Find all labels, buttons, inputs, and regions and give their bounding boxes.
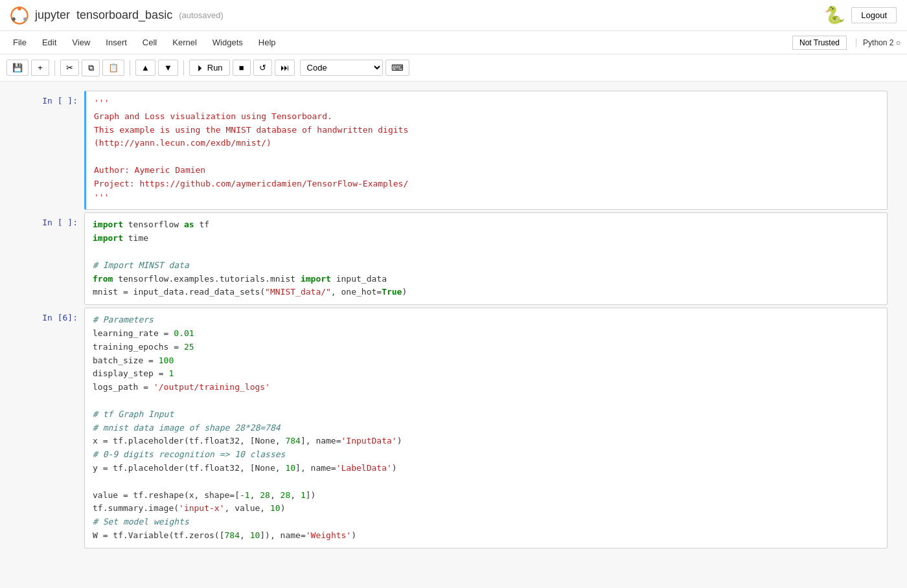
cell-1-prompt: In [ ]:: [19, 91, 84, 210]
menu-kernel[interactable]: Kernel: [166, 35, 203, 50]
add-cell-button[interactable]: +: [31, 60, 49, 76]
autosaved-label: (autosaved): [179, 10, 224, 20]
keyboard-shortcuts-button[interactable]: ⌨: [385, 60, 409, 76]
menu-edit[interactable]: Edit: [36, 35, 63, 50]
svg-point-3: [12, 17, 16, 21]
move-down-button[interactable]: ▼: [158, 60, 178, 76]
interrupt-button[interactable]: ■: [233, 60, 251, 76]
notebook-title[interactable]: tensorboard_basic: [76, 8, 172, 22]
jupyter-logo-icon: [10, 6, 29, 25]
topbar-left: jupyter tensorboard_basic (autosaved): [10, 6, 224, 25]
restart-run-button[interactable]: ⏭: [275, 60, 295, 76]
run-icon: ⏵: [196, 63, 205, 73]
cell-type-select[interactable]: Code Markdown Raw NBConvert Heading: [300, 60, 383, 76]
menubar: File Edit View Insert Cell Kernel Widget…: [0, 31, 907, 54]
logout-button[interactable]: Logout: [851, 7, 897, 23]
menu-view[interactable]: View: [65, 35, 97, 50]
toolbar-separator-1: [54, 60, 55, 76]
menu-help[interactable]: Help: [252, 35, 282, 50]
restart-button[interactable]: ↺: [253, 60, 272, 76]
toolbar: 💾 + ✂ ⧉ 📋 ▲ ▼ ⏵ Run ■ ↺ ⏭ Code Markdown …: [0, 54, 907, 82]
toolbar-separator-3: [183, 60, 184, 76]
save-button[interactable]: 💾: [6, 60, 29, 76]
menu-file[interactable]: File: [6, 35, 33, 50]
menu-insert[interactable]: Insert: [99, 35, 133, 50]
run-label: Run: [207, 63, 223, 73]
cell-2-body[interactable]: import tensorflow as tf import time # Im…: [84, 212, 888, 305]
svg-point-1: [17, 6, 21, 10]
cell-2: In [ ]: import tensorflow as tf import t…: [19, 212, 888, 305]
cell-1: In [ ]: ''' Graph and Loss visualization…: [19, 91, 888, 210]
python-icon: 🐍: [824, 5, 845, 25]
topbar: jupyter tensorboard_basic (autosaved) 🐍 …: [0, 0, 907, 31]
cell-3-prompt: In [6]:: [19, 308, 84, 548]
topbar-right: 🐍 Logout: [824, 5, 897, 25]
paste-button[interactable]: 📋: [102, 60, 124, 76]
trust-button[interactable]: Not Trusted: [792, 36, 847, 50]
move-up-button[interactable]: ▲: [135, 60, 155, 76]
cell-3-body[interactable]: # Parameters learning_rate = 0.01 traini…: [84, 308, 888, 548]
app-name: jupyter: [35, 8, 70, 22]
cell-2-prompt: In [ ]:: [19, 212, 84, 305]
run-button[interactable]: ⏵ Run: [189, 60, 230, 76]
menu-widgets[interactable]: Widgets: [206, 35, 249, 50]
kernel-info: Python 2 ○: [856, 38, 901, 47]
cut-button[interactable]: ✂: [60, 60, 79, 76]
notebook: In [ ]: ''' Graph and Loss visualization…: [0, 82, 907, 558]
toolbar-separator-2: [130, 60, 130, 76]
svg-point-2: [23, 17, 27, 21]
cell-3: In [6]: # Parameters learning_rate = 0.0…: [19, 308, 888, 548]
notebook-container: In [ ]: ''' Graph and Loss visualization…: [13, 91, 894, 548]
menu-cell[interactable]: Cell: [136, 35, 163, 50]
copy-button[interactable]: ⧉: [82, 60, 100, 76]
cell-1-body[interactable]: ''' Graph and Loss visualization using T…: [84, 91, 888, 210]
